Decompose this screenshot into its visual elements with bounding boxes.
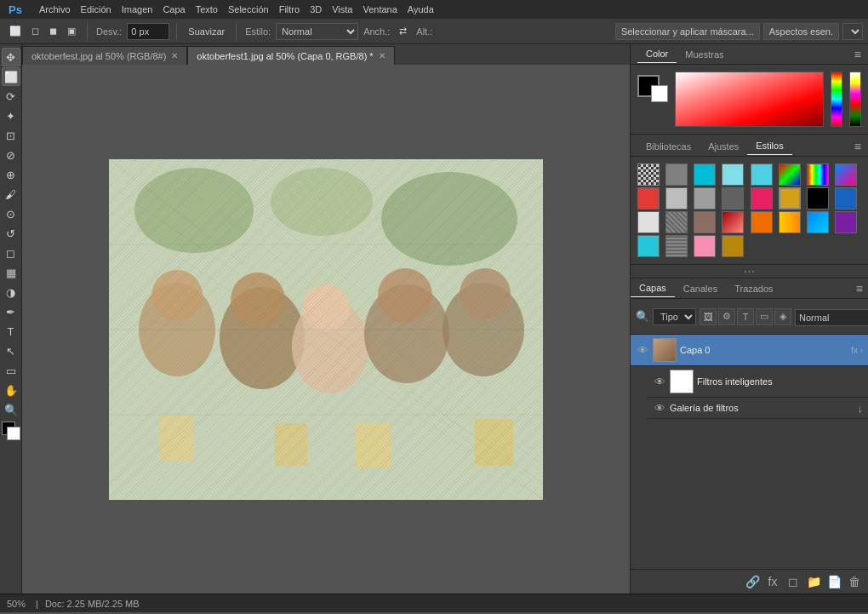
menu-capa[interactable]: Capa [157,4,190,14]
swatch-pinkred[interactable] [751,187,773,209]
muestras-tab[interactable]: Muestras [677,46,732,63]
menu-seleccion[interactable]: Selección [223,4,274,14]
filter-smart-btn[interactable]: ◈ [774,308,791,325]
zoom-tool[interactable]: 🔍 [2,400,20,419]
foreground-background-colors[interactable] [2,422,20,440]
type-tool[interactable]: T [2,322,20,341]
swatch-teal2[interactable] [637,235,660,257]
swatch-purple[interactable] [835,211,857,233]
menu-ventana[interactable]: Ventana [357,4,402,14]
color-field[interactable] [675,72,824,127]
swatch-red[interactable] [637,187,660,209]
menu-imagen[interactable]: Imagen [117,4,158,14]
swatch-transparent[interactable] [637,164,660,186]
swatch-stripes2[interactable] [665,235,688,257]
spot-heal-tool[interactable]: ⊕ [2,165,20,184]
add-style-btn[interactable]: fx [764,573,781,590]
layer-filtros[interactable]: 👁 Filtros inteligentes [648,366,868,398]
tab-oktoberfest[interactable]: oktoberfest.jpg al 50% (RGB/8#) ✕ [22,46,187,65]
menu-vista[interactable]: Vista [327,4,357,14]
clone-tool[interactable]: ⊙ [2,204,20,223]
swatch-orange[interactable] [751,211,773,233]
ajustes-tab[interactable]: Ajustes [700,138,747,155]
tab-close-1[interactable]: ✕ [379,51,385,60]
desv-input[interactable] [127,23,169,40]
swatch-stripes[interactable] [665,211,688,233]
layer-capa0[interactable]: 👁 Capa 0 fx › [631,335,868,366]
shape-tool[interactable]: ▭ [2,361,20,380]
bibliotecas-tab[interactable]: Bibliotecas [637,138,700,155]
eyedropper-tool[interactable]: ⊘ [2,146,20,164]
menu-ayuda[interactable]: Ayuda [403,4,439,14]
swatch-darkgold[interactable] [722,235,744,257]
trazados-tab[interactable]: Trazados [726,280,781,297]
color-panel-menu[interactable]: ≡ [854,48,861,61]
crop-tool[interactable]: ⊡ [2,126,20,145]
dodge-tool[interactable]: ◑ [2,283,20,301]
hand-tool[interactable]: ✋ [2,381,20,399]
select-mask-btn[interactable]: Seleccionar y aplicar máscara... [615,23,760,40]
color-alpha-slider[interactable] [849,72,861,127]
add-mask-btn[interactable]: ◻ [785,573,802,590]
swatch-orange2[interactable] [779,211,801,233]
layer-filter-select[interactable]: Tipo [653,308,696,325]
select-rect-tool[interactable]: ⬜ [2,67,20,86]
brush-tool[interactable]: 🖌 [2,185,20,204]
swatch-lgray[interactable] [665,187,688,209]
swatch-brown[interactable] [694,211,716,233]
filter-adjustment-btn[interactable]: ⚙ [718,308,735,325]
rect-select-btn[interactable]: ⬜ [5,23,26,39]
menu-3d[interactable]: 3D [305,4,327,14]
background-swatch[interactable] [651,85,668,102]
swatch-gray[interactable] [665,164,688,186]
color-hue-slider[interactable] [831,72,842,127]
new-layer-btn[interactable]: 📄 [825,573,842,590]
filter-shape-btn[interactable]: ▭ [756,308,773,325]
gradient-tool[interactable]: ▦ [2,263,20,282]
layer-galeria[interactable]: 👁 Galería de filtros ↓ [648,398,868,419]
move-tool[interactable]: ✥ [2,48,20,66]
path-select-tool[interactable]: ↖ [2,341,20,360]
delete-layer-btn[interactable]: 🗑 [846,573,863,590]
color-swatches-fg-bg[interactable] [637,72,668,102]
swatch-cyan[interactable] [694,164,716,186]
feather-btn[interactable]: ◻ [27,23,43,39]
swatch-blue[interactable] [835,187,857,209]
suavizar-btn[interactable]: Suavizar [184,24,229,39]
layer-vis-0[interactable]: 👁 [636,343,649,357]
background-color[interactable] [7,427,20,440]
history-brush-tool[interactable]: ↺ [2,224,20,243]
swatch-cyanblue[interactable] [807,211,829,233]
magic-wand-tool[interactable]: ✦ [2,106,20,125]
styles-panel-menu[interactable]: ≡ [854,140,861,153]
new-group-btn[interactable]: 📁 [805,573,822,590]
canales-tab[interactable]: Canales [675,280,726,297]
lasso-tool[interactable]: ⟳ [2,87,20,106]
swatch-black[interactable] [807,187,829,209]
estilo-select[interactable]: Normal Proporción fija Tamaño fijo [276,23,358,40]
eraser-tool[interactable]: ◻ [2,244,20,262]
layer-vis-2[interactable]: 👁 [653,401,666,415]
menu-texto[interactable]: Texto [191,4,223,14]
estilos-tab[interactable]: Estilos [747,137,791,155]
swatch-pink[interactable] [694,235,716,257]
aspects-select[interactable]: ▼ [842,23,863,40]
capas-tab[interactable]: Capas [631,279,675,297]
swatch-rainbow[interactable] [807,164,829,186]
filter-type-btn[interactable]: T [737,308,754,325]
aspects-btn[interactable]: Aspectos esen. [763,23,839,40]
swatch-gold[interactable] [779,187,801,209]
swatch-lgray2[interactable] [637,211,660,233]
tab-close-0[interactable]: ✕ [171,51,178,60]
pen-tool[interactable]: ✒ [2,302,20,321]
subtract-btn[interactable]: ▣ [63,23,80,39]
menu-edicion[interactable]: Edición [76,4,117,14]
intersect-btn[interactable]: ◼ [45,23,61,39]
blend-mode-select[interactable]: Normal [795,309,868,326]
panel-collapse[interactable]: ··· [631,265,868,278]
swap-btn[interactable]: ⇄ [395,23,411,39]
layer-delete-icon[interactable]: ↓ [858,402,864,415]
swatch-dgray[interactable] [722,187,744,209]
swatch-teal[interactable] [751,164,773,186]
swatch-redgrad[interactable] [722,211,744,233]
